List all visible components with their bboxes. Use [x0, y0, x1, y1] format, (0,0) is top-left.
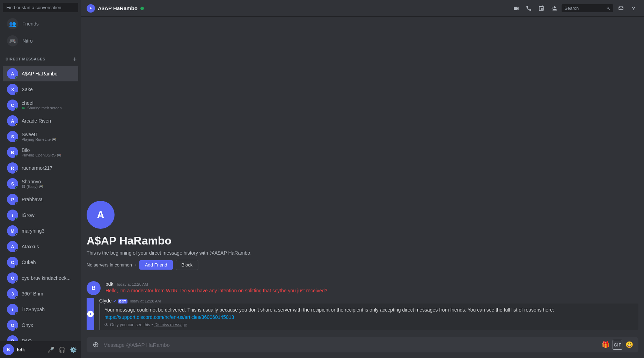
avatar: X — [7, 84, 18, 95]
dm-item-ruenarmor217[interactable]: R ruenarmor217 — [3, 160, 78, 176]
gift-button[interactable]: 🎁 — [601, 340, 610, 350]
dm-info: Arcade Riven — [22, 118, 51, 124]
dm-name: Arcade Riven — [22, 118, 51, 124]
avatar: C — [7, 257, 18, 268]
dm-header-label: Direct Messages — [6, 57, 45, 61]
dm-name: A$AP HaRambo — [22, 71, 57, 76]
avatar: B — [7, 147, 18, 158]
new-dm-button[interactable]: + — [72, 55, 78, 63]
add-friend-top-button[interactable] — [549, 3, 559, 13]
dm-info: iTzSnypah — [22, 307, 45, 312]
nitro-icon: 🎮 — [7, 35, 18, 46]
deafen-button[interactable]: 🎧 — [57, 345, 67, 355]
status-dot — [15, 312, 18, 315]
mute-button[interactable]: 🎤 — [46, 345, 56, 355]
dm-info: Prabhava — [22, 197, 43, 202]
avatar: R — [7, 162, 18, 174]
dm-name: Ataxxus — [22, 244, 39, 249]
dm-sub: 🖼 (Easy) 🎮 — [22, 184, 44, 189]
dm-name: maryhing3 — [22, 228, 44, 234]
chat-area: A A$AP HaRambo This is the beginning of … — [81, 17, 644, 334]
search-input[interactable] — [564, 4, 604, 12]
chat-start: A A$AP HaRambo This is the beginning of … — [81, 201, 644, 280]
dm-item-shannyo[interactable]: S Shannyo 🖼 (Easy) 🎮 — [3, 176, 78, 191]
dm-item-bilo[interactable]: B Bilo Playing OpenOSRS 🎮 — [3, 145, 78, 160]
dm-item-cukeh[interactable]: C Cukeh — [3, 255, 78, 270]
dm-item-ataxxus[interactable]: A Ataxxus — [3, 239, 78, 254]
top-bar-actions: ? — [511, 3, 638, 13]
dm-item-pao[interactable]: P PAO — [3, 333, 78, 341]
message-text: Hello, I'm a moderator from WDR. Do you … — [105, 287, 638, 294]
dm-item-itzsnypah[interactable]: i iTzSnypah — [3, 302, 78, 317]
dm-item-360-brim[interactable]: 3 360° Brim — [3, 286, 78, 301]
nav-section: 👥 Friends 🎮 Nitro — [0, 15, 81, 50]
dismiss-message-link[interactable]: Dismiss message — [154, 322, 187, 327]
call-button[interactable] — [524, 3, 534, 13]
dm-name: Bilo — [22, 147, 61, 153]
avatar: O — [7, 320, 18, 331]
dm-item-prabhava[interactable]: P Prabhava — [3, 192, 78, 207]
status-dot — [15, 155, 18, 158]
separator: • — [135, 262, 137, 268]
avatar: A — [7, 241, 18, 252]
clyde-main-text: Your message could not be delivered. Thi… — [104, 306, 634, 321]
status-dot — [15, 328, 18, 331]
emoji-button[interactable]: 😀 — [624, 340, 634, 350]
video-call-button[interactable] — [511, 3, 521, 13]
status-dot — [15, 218, 18, 221]
clyde-footer: 👁 Only you can see this • Dismiss messag… — [104, 322, 634, 327]
clyde-link[interactable]: https://support.discord.com/hc/en-us/art… — [104, 314, 234, 320]
dm-item-oye-bruv[interactable]: O oye bruv kindacheek... — [3, 270, 78, 286]
avatar: S — [7, 178, 18, 189]
status-dot — [15, 108, 18, 111]
dm-name: 360° Brim — [22, 291, 43, 297]
status-dot — [15, 265, 18, 268]
status-dot — [15, 202, 18, 205]
profile-name: A$AP HaRambo — [87, 234, 638, 247]
add-friend-button[interactable]: Add Friend — [139, 260, 173, 270]
clyde-avatar — [87, 298, 94, 330]
help-icon: ? — [632, 5, 635, 11]
dm-item-sweett[interactable]: S SweetT Playing RuneLite 🎮 — [3, 129, 78, 144]
pin-button[interactable] — [536, 3, 546, 13]
attach-button[interactable]: ⊕ — [91, 340, 101, 350]
clyde-main-text-content: Your message could not be delivered. Thi… — [104, 307, 554, 313]
inbox-button[interactable] — [616, 3, 626, 13]
dm-item-arcade-riven[interactable]: A Arcade Riven — [3, 113, 78, 129]
dm-name: Shannyo — [22, 179, 44, 184]
dm-item-maryhing3[interactable]: M maryhing3 — [3, 223, 78, 239]
dm-info: SweetT Playing RuneLite 🎮 — [22, 132, 57, 142]
user-avatar: B — [3, 344, 14, 355]
status-dot — [15, 233, 18, 236]
dm-info: oye bruv kindacheek... — [22, 275, 71, 281]
avatar: i — [7, 210, 18, 221]
dm-info: PAO — [22, 338, 32, 341]
sidebar-item-nitro[interactable]: 🎮 Nitro — [3, 32, 78, 49]
dm-item-igrow[interactable]: i iGrow — [3, 207, 78, 223]
status-dot — [15, 76, 18, 79]
help-button[interactable]: ? — [629, 3, 638, 13]
status-dot — [15, 170, 18, 174]
message-input[interactable] — [103, 338, 598, 351]
dm-item-onyx[interactable]: O Onyx — [3, 317, 78, 333]
eye-icon: 👁 — [104, 322, 109, 327]
status-dot — [15, 249, 18, 252]
dm-info: A$AP HaRambo — [22, 71, 57, 76]
dm-item-xake[interactable]: X Xake — [3, 82, 78, 97]
footer-text: Only you can see this — [110, 322, 150, 327]
nitro-label: Nitro — [22, 38, 33, 44]
gif-button[interactable]: GIF — [613, 340, 622, 350]
avatar: P — [7, 194, 18, 205]
messages-container: B bdk Today at 12:28 AM Hello, I'm a mod… — [81, 280, 644, 331]
sidebar-item-friends[interactable]: 👥 Friends — [3, 15, 78, 32]
user-actions: 🎤 🎧 ⚙️ — [46, 345, 78, 355]
dm-header: Direct Messages + — [0, 50, 81, 64]
block-button[interactable]: Block — [176, 260, 199, 270]
dm-name: PAO — [22, 338, 32, 341]
settings-button[interactable]: ⚙️ — [68, 345, 78, 355]
dm-item-asap-harambo[interactable]: A A$AP HaRambo — [3, 66, 78, 81]
dm-name: cheef — [22, 100, 62, 106]
find-conversation-input[interactable] — [3, 3, 78, 12]
username-label: bdk — [17, 347, 43, 352]
dm-item-cheef[interactable]: C cheef 🖥 Sharing their screen — [3, 97, 78, 113]
